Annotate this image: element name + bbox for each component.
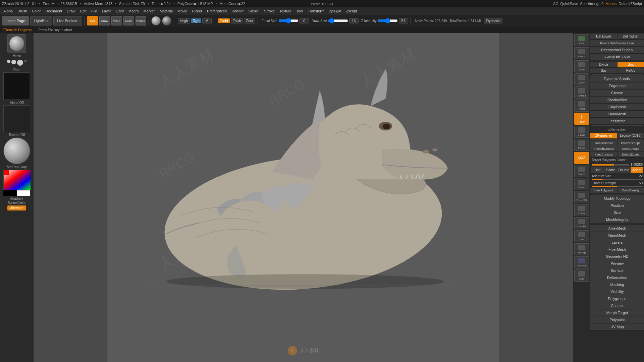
menus-btn[interactable]: Menus (605, 2, 616, 6)
keep-groups-btn[interactable]: KeepGroups (618, 146, 644, 152)
z-intensity-slider[interactable] (378, 18, 398, 23)
menu-preferences[interactable]: Preferences (205, 9, 229, 13)
rgb-btn[interactable]: Rgb (191, 18, 201, 23)
icon-zoomsd[interactable]: ZoomSD (574, 191, 589, 203)
color-palette[interactable] (3, 170, 30, 190)
masking-btn[interactable]: Masking (590, 281, 644, 288)
menu-texture[interactable]: Texture (277, 9, 293, 13)
polygroups-btn[interactable]: Polygroups (590, 295, 644, 302)
mesh-integrity-btn[interactable]: MeshIntegrity (590, 216, 644, 223)
tessimate-btn[interactable]: Tessimate (590, 118, 644, 125)
menu-light[interactable]: Light (114, 9, 126, 13)
menu-stencil[interactable]: Stencil (246, 9, 261, 13)
focal-shift-value[interactable]: 0 (300, 18, 309, 23)
zadd-btn[interactable]: Zadd (218, 18, 230, 23)
layers-btn[interactable]: Layers (590, 239, 644, 246)
icon-linefill[interactable]: Line Fil (574, 217, 589, 229)
material-sphere[interactable] (151, 16, 161, 25)
use-polypaint-btn[interactable]: Use Polypaint (590, 188, 617, 193)
menu-stroke[interactable]: Stroke (262, 9, 277, 13)
menu-picker[interactable]: Picker (190, 9, 204, 13)
morph-target-btn[interactable]: Morph Target (590, 309, 644, 316)
detect-edges-btn[interactable]: DetectEdges (618, 152, 644, 158)
m-btn[interactable]: M (202, 18, 212, 23)
menu-document[interactable]: Document (43, 9, 64, 13)
zsub-btn[interactable]: Zsub (231, 18, 243, 23)
deformation-btn[interactable]: Deformation (590, 274, 644, 281)
icon-lsym[interactable]: L.Sym (574, 126, 589, 138)
z-intensity-value[interactable]: 51 (399, 18, 408, 23)
uv-map-btn[interactable]: UV Map (590, 323, 644, 330)
array-mesh-btn[interactable]: ArrayMesh (590, 225, 644, 232)
icon-bpr[interactable]: BPR (574, 34, 589, 46)
icon-qxz[interactable]: QXZ (574, 152, 589, 164)
legacy-btn[interactable]: Legacy (2018) (618, 133, 644, 139)
tool-rotate[interactable]: Rotate (136, 16, 146, 25)
crease-btn[interactable]: Crease (590, 89, 644, 97)
icon-persp[interactable]: Persp (574, 139, 589, 151)
menu-marker[interactable]: Marker (142, 9, 157, 13)
menu-draw[interactable]: Draw (65, 9, 77, 13)
icon-aupr[interactable]: AuPr (574, 230, 589, 242)
edge-loop-btn[interactable]: EdgeLoop (590, 82, 644, 89)
icon-panning[interactable]: Panning (574, 256, 589, 268)
menu-edit[interactable]: Edit (78, 9, 89, 13)
icon-move-canvas[interactable]: Move (574, 178, 589, 190)
tool-edit[interactable]: Edit (87, 16, 98, 25)
menu-material[interactable]: Material (158, 9, 175, 13)
menu-layer[interactable]: Layer (100, 9, 113, 13)
dot-1[interactable] (7, 60, 10, 63)
clay-polish-btn[interactable]: ClayPolish (590, 104, 644, 111)
icon-spix3[interactable]: SPix 3 (574, 47, 589, 59)
size-btn[interactable]: Size (590, 209, 644, 216)
tab-live-boolean[interactable]: Live Boolean (53, 16, 82, 25)
menu-zplugin[interactable]: Zplugin (327, 9, 343, 13)
draw-size-slider[interactable] (328, 18, 348, 23)
icon-zoom[interactable]: Zoom (574, 73, 589, 85)
nano-mesh-btn[interactable]: NanoMesh (590, 232, 644, 239)
icon-solo[interactable]: Solo (574, 269, 589, 282)
brush-preview[interactable] (7, 34, 26, 53)
menu-movie[interactable]: Movie (175, 9, 189, 13)
icon-aahalf[interactable]: AAHalf (574, 86, 589, 99)
surface-btn[interactable]: Surface (590, 267, 644, 274)
dyna-mesh-btn[interactable]: DynaMesh (590, 111, 644, 118)
dot-4[interactable] (24, 60, 27, 62)
menu-color[interactable]: Color (30, 9, 43, 13)
ac-btn[interactable]: AC (553, 2, 558, 6)
visibility-btn[interactable]: Visibility (590, 288, 644, 295)
smt-btn[interactable]: Smt (618, 62, 644, 68)
zremesher-active-btn[interactable]: ZRemesher (590, 133, 617, 139)
icon-frame[interactable]: Frame (574, 165, 589, 177)
mrgb-btn[interactable]: Mrgb (178, 18, 190, 23)
menu-render[interactable]: Render (229, 9, 246, 13)
tool-scale[interactable]: Scale (123, 16, 134, 25)
dynamic-subdiv-btn[interactable]: Dynamic Subdiv (590, 75, 644, 82)
geometry-hd-btn[interactable]: Geometry HD (590, 253, 644, 260)
position-btn[interactable]: Position (590, 202, 644, 209)
alternate-btn[interactable]: Alternate (7, 205, 26, 210)
double-btn[interactable]: Double (618, 167, 630, 173)
freeze-groups-btn[interactable]: FreezeGroups (618, 140, 644, 146)
contact-btn[interactable]: Contact (590, 302, 644, 309)
quicksave-btn[interactable]: QuickSave (560, 2, 578, 6)
menu-tool[interactable]: Tool (294, 9, 305, 13)
dot-2[interactable] (11, 60, 16, 64)
icon-rotate-canvas[interactable]: Rotate (574, 204, 589, 216)
suv-btn[interactable]: Suv (590, 68, 617, 74)
tool-move[interactable]: Move (111, 16, 122, 25)
matcap-preview[interactable] (3, 137, 30, 164)
menu-brush[interactable]: Brush (15, 9, 29, 13)
dynamic-btn[interactable]: Dynamic (484, 18, 502, 23)
freeze-border-btn[interactable]: FreezeBorder (590, 140, 617, 146)
matcap-sphere[interactable] (162, 16, 171, 25)
menu-macro[interactable]: Macro (126, 9, 141, 13)
preview-btn[interactable]: Preview (590, 260, 644, 267)
adapt-btn[interactable]: Adapt (631, 167, 643, 173)
menu-file[interactable]: File (89, 9, 99, 13)
freeze-subdiv-btn[interactable]: Freeze SubDividing Level (590, 40, 644, 47)
convert-brto-geo-btn[interactable]: Convert BRTo Geo (590, 54, 644, 60)
divide-btn[interactable]: Divide (590, 62, 617, 68)
menu-zscript[interactable]: Zscript (344, 9, 359, 13)
shadow-box-btn[interactable]: ShadowBox (590, 97, 644, 104)
